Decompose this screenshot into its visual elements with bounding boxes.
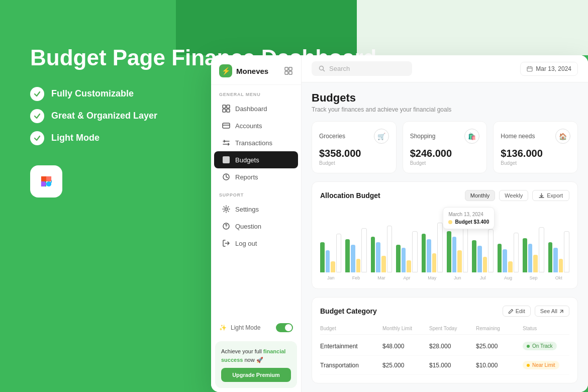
content-scroll[interactable]: Budgets Track your finances and achieve … — [302, 82, 588, 392]
bar-outline-0 — [336, 234, 342, 272]
tooltip-dot — [448, 220, 452, 224]
x-label-apr: Apr — [396, 275, 417, 280]
bar-blue-3 — [402, 248, 406, 273]
weekly-tab[interactable]: Weekly — [499, 190, 528, 201]
budget-card-home: Home needs 🏠 $136.000 Budget — [493, 121, 578, 173]
sidebar-item-question[interactable]: Question — [214, 218, 298, 235]
budgets-icon — [222, 156, 230, 164]
light-mode-label: Light Mode — [231, 324, 260, 331]
category-title: Budget Category — [320, 307, 377, 315]
check-icon-1 — [30, 87, 44, 101]
home-sublabel: Budget — [501, 160, 570, 166]
export-label: Export — [547, 192, 563, 199]
svg-rect-7 — [223, 109, 226, 112]
bar-group-4 — [422, 223, 443, 272]
sidebar-header: ⚡ Moneves — [211, 55, 301, 85]
x-label-jan: Jan — [320, 275, 341, 280]
budget-cards: Groceries 🛒 $358.000 Budget Shopping 🛍️ … — [312, 121, 578, 173]
logout-label: Log out — [235, 240, 257, 247]
bar-group-3 — [396, 231, 417, 273]
see-all-label: See All — [540, 308, 557, 314]
dashboard-icon — [222, 105, 230, 113]
bar-green-0 — [320, 242, 325, 273]
general-menu-label: General Menu — [211, 85, 301, 100]
status-text: On Track — [532, 343, 553, 349]
bar-outline-4 — [437, 223, 443, 272]
status-dot-green — [527, 345, 530, 348]
status-dot-yellow — [527, 364, 530, 367]
status-text-2: Near Limit — [532, 362, 555, 368]
bar-group-8 — [523, 227, 544, 272]
row2-name: Transportation — [320, 362, 382, 369]
shopping-label: Shopping — [410, 133, 436, 140]
bar-group-1 — [345, 228, 366, 272]
light-mode-toggle[interactable] — [276, 323, 293, 332]
bar-group-0 — [320, 234, 341, 272]
sidebar-item-reports[interactable]: Reports — [214, 168, 298, 185]
upgrade-button[interactable]: Upgrade Premium — [221, 368, 291, 382]
home-label: Home needs — [501, 133, 535, 140]
col-budget: Budget — [320, 326, 382, 331]
svg-rect-6 — [227, 105, 230, 108]
search-box[interactable]: Search — [312, 61, 412, 76]
budget-card-groceries: Groceries 🛒 $358.000 Budget — [312, 121, 397, 173]
see-all-button[interactable]: See All — [535, 306, 569, 317]
groceries-amount: $358.000 — [319, 148, 389, 159]
export-button[interactable]: Export — [532, 190, 569, 201]
monthly-tab[interactable]: Monthly — [465, 190, 496, 201]
transactions-label: Transactions — [235, 139, 272, 147]
bar-yellow-4 — [432, 253, 437, 273]
x-label-mar: Mar — [371, 275, 392, 280]
bar-yellow-0 — [331, 261, 335, 272]
bar-group-7 — [498, 233, 519, 272]
bar-yellow-7 — [508, 261, 513, 272]
bar-blue-6 — [477, 246, 482, 272]
support-label: Support — [211, 185, 301, 201]
sidebar-item-transactions[interactable]: Transactions — [214, 134, 298, 151]
svg-point-0 — [46, 181, 51, 186]
bar-green-9 — [548, 242, 553, 273]
row1-spent: $28.000 — [429, 343, 476, 350]
bar-blue-1 — [351, 245, 355, 272]
chart-title: Allocation Budget — [320, 191, 380, 200]
page-title: Budgets — [312, 91, 578, 105]
svg-rect-10 — [223, 156, 230, 163]
card-header-home: Home needs 🏠 — [501, 129, 570, 144]
svg-rect-5 — [223, 105, 226, 108]
x-label-okt: Okt — [548, 275, 569, 280]
edit-button[interactable]: Edit — [503, 306, 531, 317]
x-label-sep: Sep — [523, 275, 544, 280]
check-icon-3 — [30, 131, 44, 145]
bar-blue-4 — [427, 239, 431, 272]
card-header-groceries: Groceries 🛒 — [319, 129, 389, 144]
row1-remaining: $25.000 — [476, 343, 523, 350]
bar-blue-8 — [528, 244, 533, 272]
row2-spent: $15.000 — [429, 362, 476, 369]
tooltip-date: March 13, 2024 — [448, 212, 489, 217]
svg-point-14 — [226, 228, 226, 228]
category-section: Budget Category Edit See All — [312, 297, 578, 383]
svg-rect-2 — [289, 67, 292, 70]
upgrade-text: Achieve your full — [221, 348, 262, 354]
settings-label: Settings — [235, 206, 259, 213]
sidebar-item-accounts[interactable]: Accounts — [214, 117, 298, 134]
sidebar-item-logout[interactable]: Log out — [214, 235, 298, 252]
edit-label: Edit — [516, 308, 525, 314]
bar-group-2 — [371, 226, 392, 273]
bar-blue-5 — [452, 237, 457, 273]
search-icon — [319, 65, 325, 72]
date-text: Mar 13, 2024 — [536, 65, 571, 72]
sidebar-item-budgets[interactable]: Budgets — [214, 151, 298, 168]
groceries-icon: 🛒 — [374, 129, 389, 144]
accounts-icon — [222, 122, 230, 130]
grid-icon[interactable] — [284, 66, 293, 75]
feature-text-1: Fully Customizable — [51, 88, 134, 99]
sidebar-item-settings[interactable]: Settings — [214, 201, 298, 218]
bar-outline-3 — [412, 231, 418, 273]
bar-outline-9 — [564, 231, 569, 273]
reports-label: Reports — [235, 173, 258, 181]
x-label-jun: Jun — [447, 275, 468, 280]
sidebar-item-dashboard[interactable]: Dashboard — [214, 100, 298, 117]
bar-outline-8 — [539, 227, 544, 272]
chart-section: Allocation Budget Monthly Weekly Export — [312, 181, 578, 289]
